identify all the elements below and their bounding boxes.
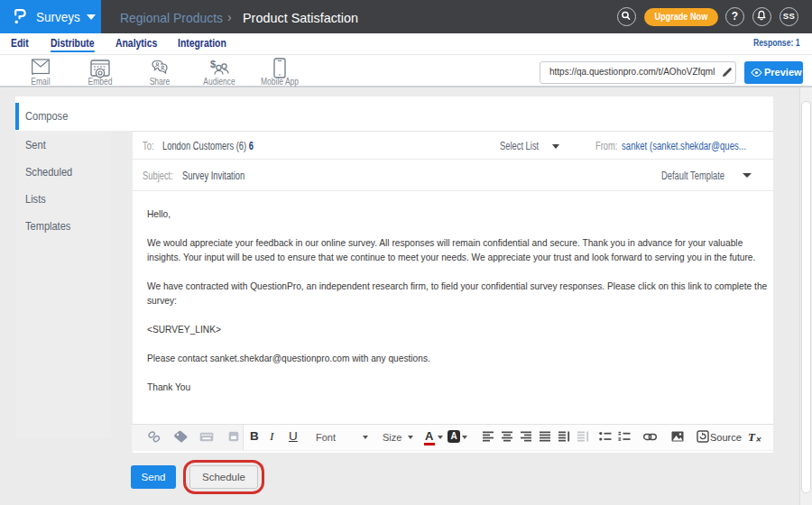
svg-text:$: $ bbox=[210, 59, 216, 69]
